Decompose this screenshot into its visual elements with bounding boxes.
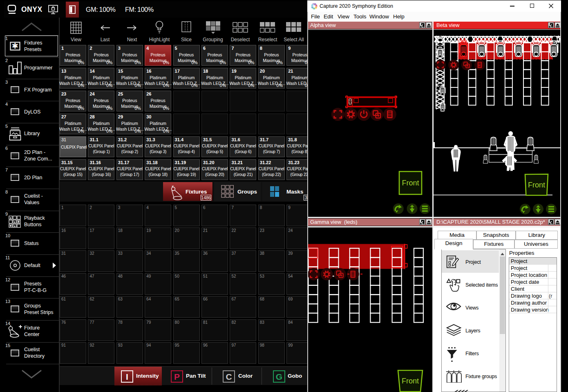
- svg-text:Front: Front: [528, 181, 545, 189]
- svg-text:Front: Front: [402, 179, 419, 187]
- svg-text:Front: Front: [402, 377, 419, 385]
